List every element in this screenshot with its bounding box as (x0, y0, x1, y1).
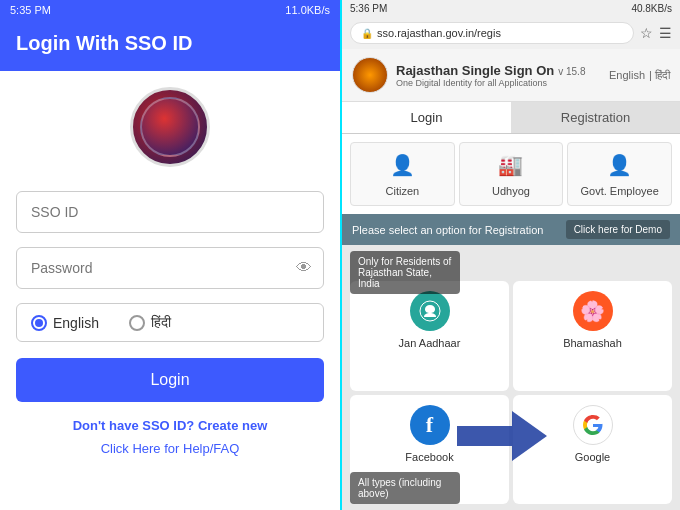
lang-english[interactable]: English (609, 69, 645, 82)
sso-logo-area: Rajasthan Single Sign On v 15.8 One Digi… (352, 57, 585, 93)
logo-circle (130, 87, 210, 167)
right-panel: 5:36 PM 40.8KB/s 🔒 sso.rajasthan.gov.in/… (340, 0, 680, 510)
sso-id-input[interactable] (16, 191, 324, 233)
radio-group: English हिंदी (16, 303, 324, 342)
right-status-bar: 5:36 PM 40.8KB/s (342, 0, 680, 17)
registration-note-text: Please select an option for Registration (352, 224, 543, 236)
sso-name: Rajasthan Single Sign On (396, 63, 554, 78)
tab-login[interactable]: Login (342, 102, 511, 133)
no-sso-text: Don't have SSO ID? Create new (16, 418, 324, 433)
reg-item-google[interactable]: Google (513, 395, 672, 505)
sso-logo (352, 57, 388, 93)
tabs: Login Registration (342, 102, 680, 134)
radio-english-label: English (53, 315, 99, 331)
create-new-link[interactable]: Create new (198, 418, 267, 433)
facebook-icon: f (410, 405, 450, 445)
udhyog-icon: 🏭 (464, 153, 559, 177)
sso-version: v 15.8 (558, 66, 585, 77)
app-title: Login With SSO ID (16, 32, 192, 54)
sso-header: Rajasthan Single Sign On v 15.8 One Digi… (342, 49, 680, 102)
grid-item-govt[interactable]: 👤 Govt. Employee (567, 142, 672, 206)
facebook-label: Facebook (405, 451, 453, 463)
google-label: Google (575, 451, 610, 463)
govt-icon: 👤 (572, 153, 667, 177)
browser-icons: ☆ ☰ (640, 25, 672, 41)
bhamashah-icon: 🌸 (573, 291, 613, 331)
radio-dot-english (31, 315, 47, 331)
citizen-label: Citizen (386, 185, 420, 197)
password-wrapper: 👁 (16, 247, 324, 289)
menu-icon[interactable]: ☰ (659, 25, 672, 41)
grid-item-citizen[interactable]: 👤 Citizen (350, 142, 455, 206)
left-header: Login With SSO ID (0, 20, 340, 71)
left-body: 👁 English हिंदी Login Don't have SSO ID?… (0, 71, 340, 510)
grid-item-udhyog[interactable]: 🏭 Udhyog (459, 142, 564, 206)
left-status-bar: 5:35 PM 11.0KB/s (0, 0, 340, 20)
left-time: 5:35 PM (10, 4, 51, 16)
udhyog-label: Udhyog (492, 185, 530, 197)
radio-hindi[interactable]: हिंदी (129, 314, 171, 331)
url-text: sso.rajasthan.gov.in/regis (377, 27, 501, 39)
reg-item-jan-aadhaar[interactable]: Jan Aadhaar (350, 281, 509, 391)
left-panel: 5:35 PM 11.0KB/s Login With SSO ID 👁 Eng… (0, 0, 340, 510)
help-link[interactable]: Click Here for Help/FAQ (16, 441, 324, 456)
eye-icon[interactable]: 👁 (296, 259, 312, 277)
radio-hindi-label: हिंदी (151, 314, 171, 331)
demo-button[interactable]: Click here for Demo (566, 220, 670, 239)
lock-icon: 🔒 (361, 28, 373, 39)
left-network: 11.0KB/s (285, 4, 330, 16)
jan-aadhaar-icon (410, 291, 450, 331)
right-time: 5:36 PM (350, 3, 387, 14)
login-button[interactable]: Login (16, 358, 324, 402)
govt-label: Govt. Employee (581, 185, 659, 197)
browser-bar: 🔒 sso.rajasthan.gov.in/regis ☆ ☰ (342, 17, 680, 49)
bhamashah-label: Bhamashah (563, 337, 622, 349)
reg-item-bhamashah[interactable]: 🌸 Bhamashah (513, 281, 672, 391)
radio-english[interactable]: English (31, 315, 99, 331)
tab-registration[interactable]: Registration (511, 102, 680, 133)
bookmark-icon[interactable]: ☆ (640, 25, 653, 41)
all-types-note: All types (including above) (350, 472, 460, 504)
registration-grid: Only for Residents of Rajasthan State, I… (342, 245, 680, 510)
login-options-grid: 👤 Citizen 🏭 Udhyog 👤 Govt. Employee (342, 134, 680, 214)
url-bar[interactable]: 🔒 sso.rajasthan.gov.in/regis (350, 22, 634, 44)
logo-inner (140, 97, 200, 157)
radio-dot-hindi (129, 315, 145, 331)
lang-switch: English | हिंदी (609, 69, 670, 82)
residents-note: Only for Residents of Rajasthan State, I… (350, 251, 460, 294)
google-icon (573, 405, 613, 445)
bottom-links: Don't have SSO ID? Create new Click Here… (16, 418, 324, 464)
password-input[interactable] (16, 247, 324, 289)
sso-tagline: One Digital Identity for all Application… (396, 78, 585, 88)
jan-aadhaar-label: Jan Aadhaar (399, 337, 461, 349)
lang-hindi[interactable]: | हिंदी (649, 69, 670, 82)
sso-title-area: Rajasthan Single Sign On v 15.8 One Digi… (396, 63, 585, 88)
right-network: 40.8KB/s (631, 3, 672, 14)
citizen-icon: 👤 (355, 153, 450, 177)
registration-note-bar: Please select an option for Registration… (342, 214, 680, 245)
